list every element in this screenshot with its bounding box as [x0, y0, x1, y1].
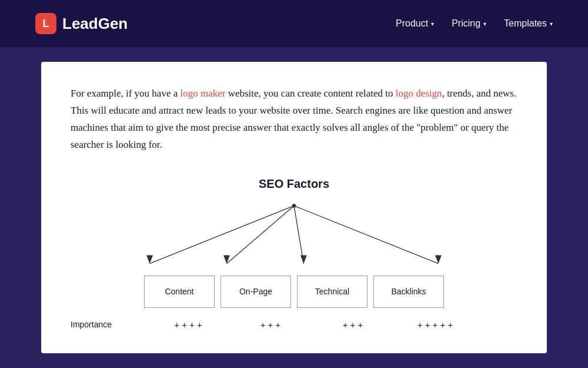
diagram-container: [71, 203, 517, 276]
seo-box-onpage: On-Page: [220, 276, 291, 308]
importance-technical: + + +: [315, 320, 391, 330]
link-logo-maker[interactable]: logo maker: [180, 88, 225, 99]
importance-label: Importance: [71, 320, 147, 329]
svg-point-8: [292, 204, 296, 208]
logo-icon: L: [35, 13, 56, 34]
importance-onpage: + + +: [232, 320, 309, 330]
nav-links: Product ▾ Pricing ▾ Templates ▾: [396, 18, 553, 29]
logo-area: L LeadGen: [35, 13, 128, 34]
boxes-row: Content On-Page Technical Backlinks: [71, 276, 517, 308]
importance-backlinks: + + + + +: [397, 320, 473, 330]
nav-item-product[interactable]: Product ▾: [396, 18, 434, 29]
seo-box-content: Content: [144, 276, 215, 308]
logo-text: LeadGen: [62, 15, 128, 33]
chevron-down-icon: ▾: [483, 21, 486, 27]
importance-row: Importance + + + + + + + + + + + + + + +: [71, 320, 517, 330]
content-wrapper: For example, if you have a logo maker we…: [0, 47, 588, 368]
nav-item-pricing[interactable]: Pricing ▾: [452, 18, 486, 29]
svg-line-1: [226, 205, 294, 263]
article-text: For example, if you have a logo maker we…: [71, 85, 517, 154]
chevron-down-icon: ▾: [550, 21, 553, 27]
svg-line-3: [294, 205, 438, 263]
importance-content: + + + +: [150, 320, 226, 330]
link-logo-design[interactable]: logo design: [396, 88, 442, 99]
seo-diagram: SEO Factors: [71, 177, 517, 330]
tree-diagram: [71, 203, 517, 273]
svg-line-0: [150, 205, 294, 263]
seo-box-technical: Technical: [297, 276, 368, 308]
chevron-down-icon: ▾: [431, 21, 434, 27]
article-card: For example, if you have a logo maker we…: [41, 62, 547, 353]
svg-marker-6: [300, 255, 307, 263]
seo-box-backlinks: Backlinks: [373, 276, 444, 308]
svg-line-2: [294, 205, 303, 263]
svg-marker-5: [223, 255, 230, 263]
nav-item-templates[interactable]: Templates ▾: [504, 18, 553, 29]
diagram-title: SEO Factors: [259, 177, 329, 191]
navbar: L LeadGen Product ▾ Pricing ▾ Templates …: [0, 0, 588, 47]
